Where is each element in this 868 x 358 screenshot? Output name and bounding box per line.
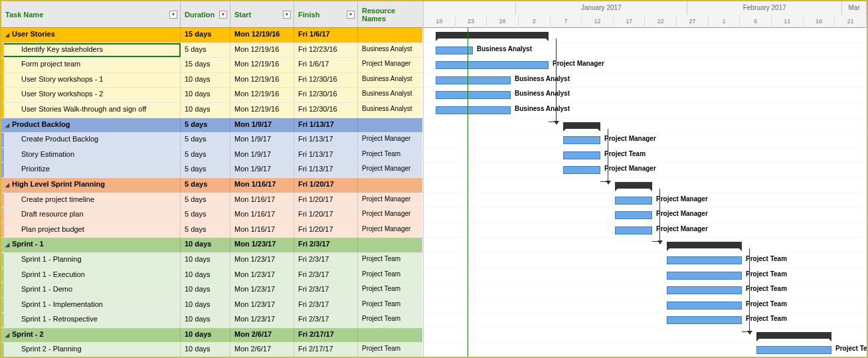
gantt-row[interactable]: Project Manager (424, 193, 867, 209)
gantt-row[interactable]: Project Manager (424, 58, 867, 73)
gantt-row[interactable] (424, 238, 867, 253)
gantt-row[interactable]: Project Team (424, 268, 867, 284)
summary-bar[interactable] (436, 32, 549, 39)
cell-task[interactable]: High Level Sprint Planning (1, 178, 181, 193)
cell-res[interactable]: Business Analyst (358, 88, 422, 102)
cell-start[interactable]: Mon 1/23/17 (230, 238, 294, 252)
cell-start[interactable]: Mon 1/16/17 (230, 208, 294, 223)
cell-res[interactable]: Project Manager (358, 193, 422, 208)
cell-dur[interactable]: 10 days (181, 253, 230, 268)
table-row[interactable]: Sprint 1 - Retrospective10 daysMon 1/23/… (1, 313, 423, 328)
cell-res[interactable]: Business Analyst (358, 73, 422, 88)
cell-res[interactable] (358, 28, 422, 43)
cell-dur[interactable]: 5 days (181, 163, 230, 177)
cell-dur[interactable]: 5 days (181, 178, 230, 193)
cell-dur[interactable]: 10 days (181, 103, 230, 118)
gantt-row[interactable]: Project Team (424, 313, 867, 328)
table-row[interactable]: Product Backlog5 daysMon 1/9/17Fri 1/13/… (1, 118, 423, 134)
col-duration[interactable]: Duration ▼ (181, 1, 230, 27)
cell-start[interactable]: Mon 1/16/17 (230, 223, 294, 238)
table-row[interactable]: Story Estimation5 daysMon 1/9/17Fri 1/13… (1, 148, 423, 163)
cell-task[interactable]: Prioritize (1, 163, 181, 177)
cell-dur[interactable]: 10 days (181, 313, 230, 327)
task-bar[interactable] (667, 316, 742, 324)
cell-start[interactable]: Mon 1/9/17 (230, 163, 294, 177)
cell-start[interactable]: Mon 1/23/17 (230, 253, 294, 268)
table-row[interactable]: Sprint 1 - Execution10 daysMon 1/23/17Fr… (1, 268, 423, 284)
table-row[interactable]: User Story workshops - 110 daysMon 12/19… (1, 73, 423, 88)
cell-start[interactable]: Mon 1/23/17 (230, 283, 294, 298)
table-row[interactable]: Form project team15 daysMon 12/19/16Fri … (1, 58, 423, 73)
cell-dur[interactable]: 10 days (181, 238, 230, 252)
cell-finish[interactable]: Fri 1/20/17 (294, 178, 358, 193)
cell-finish[interactable]: Fri 2/3/17 (294, 253, 358, 268)
cell-dur[interactable]: 5 days (181, 223, 230, 238)
cell-finish[interactable]: Fri 1/13/17 (294, 118, 358, 133)
cell-res[interactable]: Business Analyst (358, 43, 422, 58)
col-finish[interactable]: Finish ▼ (294, 1, 358, 27)
cell-task[interactable]: Sprint 1 - Planning (1, 253, 181, 268)
task-bar[interactable] (436, 61, 549, 69)
cell-res[interactable]: Project Team (358, 253, 422, 268)
table-row[interactable]: Sprint - 110 daysMon 1/23/17Fri 2/3/17 (1, 238, 423, 253)
gantt-row[interactable]: Business Analyst (424, 73, 867, 88)
table-row[interactable]: Sprint 1 - Demo10 daysMon 1/23/17Fri 2/3… (1, 283, 423, 298)
cell-finish[interactable]: Fri 12/30/16 (294, 88, 358, 102)
cell-start[interactable]: Mon 12/19/16 (230, 88, 294, 102)
cell-finish[interactable]: Fri 1/6/17 (294, 28, 358, 43)
cell-start[interactable]: Mon 12/19/16 (230, 73, 294, 88)
cell-finish[interactable]: Fri 2/3/17 (294, 268, 358, 283)
gantt-row[interactable]: Project Team (424, 343, 867, 357)
task-bar[interactable] (756, 346, 831, 354)
cell-res[interactable]: Project Team (358, 283, 422, 298)
cell-finish[interactable]: Fri 1/20/17 (294, 223, 358, 238)
gantt-row[interactable]: Business Analyst (424, 103, 867, 118)
task-grid[interactable]: Task Name ▼ Duration ▼ Start ▼ Finish ▼ … (1, 1, 424, 357)
cell-finish[interactable]: Fri 12/30/16 (294, 103, 358, 118)
cell-res[interactable]: Business Analyst (358, 103, 422, 118)
dropdown-icon[interactable]: ▼ (219, 11, 227, 19)
cell-start[interactable]: Mon 12/19/16 (230, 103, 294, 118)
table-row[interactable]: Sprint 1 - Planning10 daysMon 1/23/17Fri… (1, 253, 423, 268)
cell-task[interactable]: Sprint 2 - Planning (1, 343, 181, 357)
table-row[interactable]: User Stories15 daysMon 12/19/16Fri 1/6/1… (1, 28, 423, 43)
cell-start[interactable]: Mon 12/19/16 (230, 58, 294, 72)
cell-start[interactable]: Mon 2/6/17 (230, 328, 294, 343)
gantt-row[interactable]: Business Analyst (424, 88, 867, 103)
cell-res[interactable]: Project Team (358, 298, 422, 313)
dropdown-icon[interactable]: ▼ (169, 11, 177, 19)
gantt-row[interactable]: Project Team (424, 253, 867, 268)
table-row[interactable]: Sprint 2 - Planning10 daysMon 2/6/17Fri … (1, 343, 423, 357)
cell-start[interactable]: Mon 12/19/16 (230, 28, 294, 43)
cell-res[interactable]: Project Team (358, 313, 422, 327)
table-row[interactable]: High Level Sprint Planning5 daysMon 1/16… (1, 178, 423, 193)
cell-finish[interactable]: Fri 2/3/17 (294, 238, 358, 252)
gantt-row[interactable]: Project Team (424, 148, 867, 163)
cell-res[interactable]: Project Manager (358, 223, 422, 238)
cell-res[interactable]: Project Manager (358, 163, 422, 177)
cell-task[interactable]: Create Product Backlog (1, 133, 181, 147)
cell-finish[interactable]: Fri 1/20/17 (294, 208, 358, 223)
task-bar[interactable] (667, 302, 742, 310)
cell-start[interactable]: Mon 1/16/17 (230, 178, 294, 193)
cell-task[interactable]: Product Backlog (1, 118, 181, 133)
cell-finish[interactable]: Fri 1/20/17 (294, 193, 358, 208)
cell-finish[interactable]: Fri 2/3/17 (294, 313, 358, 327)
col-task-name[interactable]: Task Name ▼ (1, 1, 181, 27)
dropdown-icon[interactable]: ▼ (283, 11, 291, 19)
cell-res[interactable]: Project Team (358, 148, 422, 163)
cell-start[interactable]: Mon 12/19/16 (230, 43, 294, 58)
cell-finish[interactable]: Fri 1/13/17 (294, 133, 358, 147)
cell-dur[interactable]: 15 days (181, 28, 230, 43)
table-row[interactable]: Sprint - 210 daysMon 2/6/17Fri 2/17/17 (1, 328, 423, 343)
summary-bar[interactable] (667, 242, 742, 248)
cell-dur[interactable]: 10 days (181, 73, 230, 88)
cell-dur[interactable]: 5 days (181, 43, 230, 58)
cell-dur[interactable]: 5 days (181, 118, 230, 133)
cell-dur[interactable]: 5 days (181, 133, 230, 147)
cell-res[interactable] (358, 328, 422, 343)
gantt-row[interactable]: Project Manager (424, 208, 867, 223)
task-bar[interactable] (615, 226, 652, 234)
gantt-row[interactable]: Project Manager (424, 163, 867, 178)
cell-finish[interactable]: Fri 2/3/17 (294, 283, 358, 298)
